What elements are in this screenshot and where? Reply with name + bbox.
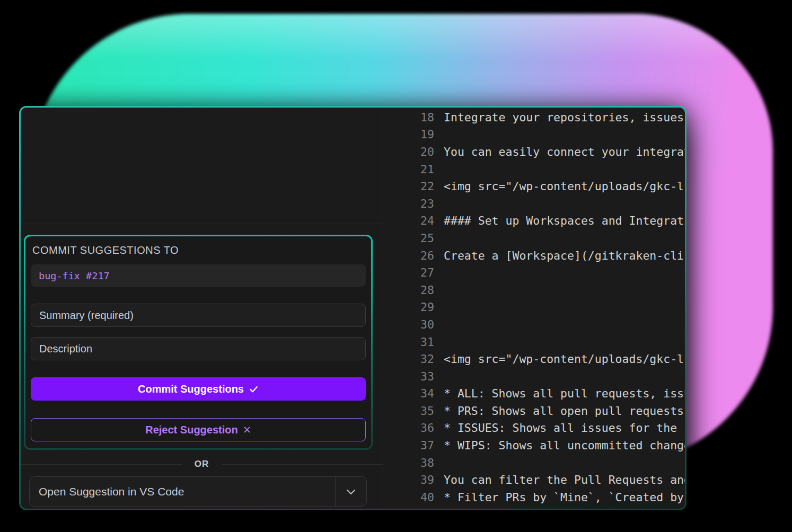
code-line: 39You can filter the Pull Requests and bbox=[383, 471, 685, 489]
commit-pane: COMMIT SUGGESTIONS TO Commit Suggestions bbox=[21, 108, 383, 509]
commit-suggestions-button-label: Commit Suggestions bbox=[138, 383, 244, 395]
code-editor[interactable]: 18Integrate your repositories, issues192… bbox=[383, 108, 685, 509]
line-number: 30 bbox=[383, 318, 434, 331]
line-number: 34 bbox=[383, 387, 434, 400]
code-line: 31 bbox=[383, 333, 685, 351]
code-line: 41* Filter ISSUES by `Mine`, bbox=[383, 506, 685, 509]
code-text: <img src="/wp-content/uploads/gkc-l bbox=[434, 352, 684, 366]
open-in-vscode-label: Open Suggestion in VS Code bbox=[30, 477, 335, 506]
code-line: 26Create a [Workspace](/gitkraken-cli bbox=[383, 247, 685, 264]
code-line: 38 bbox=[383, 454, 685, 472]
line-number: 22 bbox=[383, 180, 434, 193]
line-number: 29 bbox=[383, 300, 434, 314]
line-number: 38 bbox=[383, 456, 434, 469]
code-text: * ALL: Shows all pull requests, issu bbox=[434, 387, 685, 400]
branch-field[interactable] bbox=[31, 264, 366, 287]
code-text: You can easily connect your integrat bbox=[434, 145, 685, 158]
code-line: 19 bbox=[383, 126, 685, 144]
code-text: Integrate your repositories, issues bbox=[434, 111, 684, 124]
code-text: * ISSUES: Shows all issues for the bbox=[434, 421, 677, 435]
code-line: 21 bbox=[383, 161, 685, 178]
line-number: 23 bbox=[383, 197, 434, 210]
code-text: * WIPS: Shows all uncommitted change bbox=[434, 439, 685, 452]
code-text: #### Set up Workspaces and Integrati bbox=[434, 214, 685, 227]
commit-suggestions-title: COMMIT SUGGESTIONS TO bbox=[32, 244, 366, 256]
line-number: 24 bbox=[383, 214, 434, 227]
code-line: 18Integrate your repositories, issues bbox=[383, 109, 685, 126]
code-line: 36* ISSUES: Shows all issues for the bbox=[383, 420, 685, 437]
line-number: 31 bbox=[383, 335, 434, 349]
code-line: 30 bbox=[383, 316, 685, 333]
line-number: 28 bbox=[383, 283, 434, 297]
line-number: 40 bbox=[383, 491, 434, 504]
code-line: 33 bbox=[383, 368, 685, 385]
code-line: 29 bbox=[383, 299, 685, 316]
line-number: 35 bbox=[383, 404, 434, 418]
code-line: 27 bbox=[383, 264, 685, 281]
line-number: 18 bbox=[383, 111, 434, 124]
empty-diff-area bbox=[21, 108, 383, 224]
code-text: Create a [Workspace](/gitkraken-cli bbox=[434, 249, 684, 262]
dropdown-chevron-cell[interactable] bbox=[335, 477, 366, 506]
reject-suggestion-button-label: Reject Suggestion bbox=[145, 424, 237, 436]
line-number: 27 bbox=[383, 266, 434, 279]
line-number: 21 bbox=[383, 163, 434, 176]
line-number: 32 bbox=[383, 352, 434, 366]
divider-line bbox=[222, 464, 383, 465]
app-window-inner: COMMIT SUGGESTIONS TO Commit Suggestions bbox=[21, 108, 685, 509]
line-number: 33 bbox=[383, 370, 434, 383]
chevron-down-icon bbox=[345, 485, 357, 498]
commit-suggestions-button[interactable]: Commit Suggestions bbox=[31, 377, 366, 401]
line-number: 39 bbox=[383, 473, 434, 486]
line-number: 37 bbox=[383, 439, 434, 452]
divider-line bbox=[21, 464, 182, 465]
code-line: 22<img src="/wp-content/uploads/gkc-l bbox=[383, 178, 685, 195]
code-text: <img src="/wp-content/uploads/gkc-l bbox=[434, 180, 684, 193]
editor-lines: 18Integrate your repositories, issues192… bbox=[383, 109, 685, 509]
commit-suggestions-box: COMMIT SUGGESTIONS TO Commit Suggestions bbox=[25, 236, 371, 448]
code-line: 20You can easily connect your integrat bbox=[383, 143, 685, 161]
app-window: COMMIT SUGGESTIONS TO Commit Suggestions bbox=[19, 106, 687, 510]
description-field[interactable] bbox=[31, 337, 366, 360]
code-line: 23 bbox=[383, 195, 685, 212]
code-line: 37* WIPS: Shows all uncommitted change bbox=[383, 437, 685, 454]
screenshot-stage: COMMIT SUGGESTIONS TO Commit Suggestions bbox=[0, 0, 792, 532]
line-number: 41 bbox=[383, 508, 434, 509]
check-icon bbox=[249, 384, 259, 394]
or-divider: OR bbox=[21, 459, 383, 469]
line-number: 26 bbox=[383, 249, 434, 262]
line-number: 36 bbox=[383, 421, 434, 435]
line-number: 20 bbox=[383, 145, 434, 158]
code-text: * Filter PRs by `Mine`, `Created by bbox=[434, 491, 684, 504]
summary-field[interactable] bbox=[31, 304, 366, 327]
code-line: 28 bbox=[383, 281, 685, 299]
or-label: OR bbox=[195, 459, 209, 469]
code-line: 34* ALL: Shows all pull requests, issu bbox=[383, 385, 685, 403]
open-in-vscode-dropdown[interactable]: Open Suggestion in VS Code bbox=[29, 476, 367, 507]
code-text: You can filter the Pull Requests and bbox=[434, 473, 685, 486]
code-line: 25 bbox=[383, 229, 685, 247]
x-icon bbox=[243, 425, 251, 434]
code-line: 40* Filter PRs by `Mine`, `Created by bbox=[383, 489, 685, 506]
line-number: 19 bbox=[383, 128, 434, 141]
code-line: 35* PRS: Shows all open pull requests bbox=[383, 402, 685, 420]
reject-suggestion-button[interactable]: Reject Suggestion bbox=[31, 418, 366, 441]
commit-form-area: COMMIT SUGGESTIONS TO Commit Suggestions bbox=[21, 224, 383, 509]
commit-suggestions-box-border: COMMIT SUGGESTIONS TO Commit Suggestions bbox=[24, 235, 373, 450]
code-line: 32<img src="/wp-content/uploads/gkc-l bbox=[383, 350, 685, 368]
code-text: * Filter ISSUES by `Mine`, bbox=[434, 508, 622, 509]
code-line: 24#### Set up Workspaces and Integrati bbox=[383, 212, 685, 230]
line-number: 25 bbox=[383, 232, 434, 245]
code-text: * PRS: Shows all open pull requests bbox=[434, 404, 684, 418]
